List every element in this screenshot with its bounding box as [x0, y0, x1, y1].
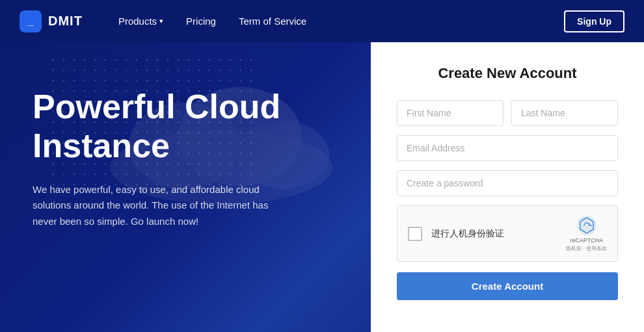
signup-form-card: Create New Account 进行人机身份验证 reCAPTCHA 隐私…	[371, 42, 644, 332]
hero-title: Powerful Cloud Instance	[33, 88, 338, 166]
email-group	[397, 135, 618, 161]
captcha-box[interactable]: 进行人机身份验证 reCAPTCHA 隐私权 · 使用条款	[397, 205, 618, 262]
nav-links: Products ▾ Pricing Term of Service	[109, 10, 564, 32]
password-input[interactable]	[397, 170, 618, 196]
create-account-button[interactable]: Create Account	[397, 272, 618, 300]
first-name-input[interactable]	[397, 100, 503, 126]
recaptcha-logo-icon	[576, 215, 597, 236]
name-row	[397, 100, 618, 126]
captcha-label: 进行人机身份验证	[431, 228, 566, 240]
logo-icon: _	[20, 10, 42, 32]
hero-content: Powerful Cloud Instance We have powerful…	[0, 42, 364, 332]
signup-button[interactable]: Sign Up	[564, 10, 624, 32]
navbar: _ DMIT Products ▾ Pricing Term of Servic…	[0, 0, 644, 42]
password-group	[397, 170, 618, 196]
recaptcha-links[interactable]: 隐私权 · 使用条款	[566, 245, 607, 252]
logo-icon-symbol: _	[28, 16, 34, 27]
captcha-checkbox[interactable]	[408, 227, 422, 241]
last-name-input[interactable]	[511, 100, 618, 126]
nav-products[interactable]: Products ▾	[109, 10, 173, 32]
recaptcha-badge: reCAPTCHA 隐私权 · 使用条款	[566, 215, 607, 252]
hero-description: We have powerful, easy to use, and affor…	[33, 182, 280, 230]
nav-tos[interactable]: Term of Service	[229, 10, 316, 32]
recaptcha-text: reCAPTCHA	[570, 237, 603, 244]
logo-text: DMIT	[48, 14, 83, 29]
logo-area[interactable]: _ DMIT	[20, 10, 83, 32]
nav-pricing[interactable]: Pricing	[176, 10, 226, 32]
chevron-down-icon: ▾	[159, 17, 163, 25]
form-title: Create New Account	[397, 65, 618, 82]
email-input[interactable]	[397, 135, 618, 161]
